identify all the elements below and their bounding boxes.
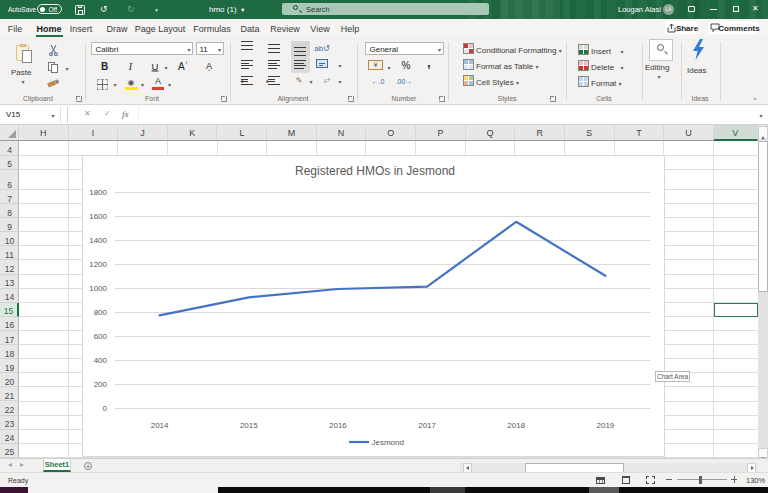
svg-text:1000: 1000 — [89, 284, 107, 293]
svg-text:0: 0 — [103, 404, 108, 413]
svg-text:2018: 2018 — [507, 421, 525, 430]
svg-text:2017: 2017 — [418, 421, 436, 430]
svg-text:2014: 2014 — [151, 421, 169, 430]
svg-text:1400: 1400 — [89, 236, 107, 245]
svg-text:1600: 1600 — [89, 212, 107, 221]
svg-text:600: 600 — [94, 332, 108, 341]
svg-text:Registered HMOs in Jesmond: Registered HMOs in Jesmond — [295, 164, 455, 178]
svg-text:200: 200 — [94, 380, 108, 389]
svg-text:1800: 1800 — [89, 188, 107, 197]
svg-text:1200: 1200 — [89, 260, 107, 269]
svg-text:2019: 2019 — [597, 421, 615, 430]
svg-text:800: 800 — [94, 308, 108, 317]
svg-text:400: 400 — [94, 356, 108, 365]
svg-text:Jesmond: Jesmond — [372, 438, 404, 447]
svg-text:2016: 2016 — [329, 421, 347, 430]
svg-text:2015: 2015 — [240, 421, 258, 430]
